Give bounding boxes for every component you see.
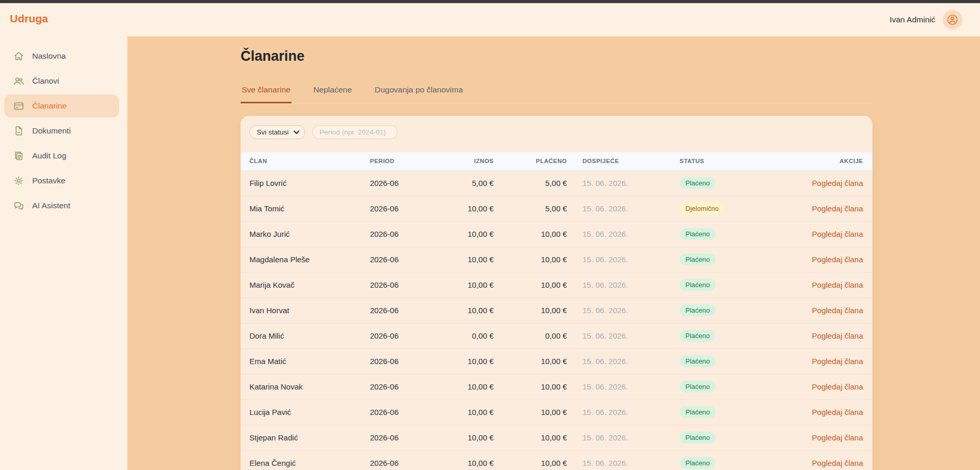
status-badge: Plaćeno bbox=[680, 177, 716, 189]
memberships-table: ČLANPERIODIZNOSPLAĆENODOSPIJEĆESTATUSAKC… bbox=[241, 152, 872, 470]
memberships-card: Svi statusi ČLANPERIODIZNOSPLAĆENODOSPIJ… bbox=[241, 116, 872, 470]
cell-member: Stjepan Radić bbox=[241, 425, 370, 450]
view-member-link[interactable]: Pogledaj člana bbox=[812, 459, 863, 467]
cell-paid: 10,00 € bbox=[494, 221, 567, 247]
cell-paid: 10,00 € bbox=[494, 425, 567, 450]
cell-status: Plaćeno bbox=[673, 170, 774, 196]
cell-due-date: 15. 06. 2026. bbox=[567, 247, 673, 272]
column-header-clan: ČLAN bbox=[241, 152, 370, 170]
view-member-link[interactable]: Pogledaj člana bbox=[812, 204, 863, 213]
sidebar-item-audit-log[interactable]: Audit Log bbox=[4, 144, 119, 167]
cell-amount: 10,00 € bbox=[456, 450, 494, 470]
cell-amount: 10,00 € bbox=[456, 399, 494, 425]
sidebar-item-naslovna[interactable]: Naslovna bbox=[4, 45, 119, 68]
card-icon bbox=[13, 100, 24, 112]
tab-bar: Sve članarineNeplaćeneDugovanja po člano… bbox=[241, 85, 872, 103]
view-member-link[interactable]: Pogledaj člana bbox=[812, 179, 863, 187]
table-row: Stjepan Radić 2026-06 10,00 € 10,00 € 15… bbox=[241, 425, 872, 450]
cell-status: Plaćeno bbox=[673, 399, 774, 425]
cell-actions: Pogledaj člana bbox=[774, 348, 872, 374]
tab-neplacene[interactable]: Neplaćene bbox=[312, 85, 353, 103]
sidebar-item-clanovi[interactable]: Članovi bbox=[4, 70, 119, 92]
sidebar-item-postavke[interactable]: Postavke bbox=[4, 169, 119, 192]
tab-sve-clanarine[interactable]: Sve članarine bbox=[241, 85, 292, 103]
tab-dugovanja-po-clanovima[interactable]: Dugovanja po članovima bbox=[374, 85, 464, 103]
column-header-iznos: IZNOS bbox=[456, 152, 494, 170]
app-logo: Udruga bbox=[0, 11, 127, 26]
cell-paid: 10,00 € bbox=[494, 450, 567, 470]
cell-paid: 10,00 € bbox=[494, 272, 567, 298]
column-header-dospijece: DOSPIJEĆE bbox=[567, 152, 673, 170]
cell-member: Marko Jurić bbox=[241, 221, 370, 247]
view-member-link[interactable]: Pogledaj člana bbox=[812, 230, 863, 238]
cell-member: Ivan Horvat bbox=[241, 298, 370, 323]
view-member-link[interactable]: Pogledaj člana bbox=[812, 382, 863, 391]
cell-due-date: 15. 06. 2026. bbox=[567, 323, 673, 348]
cell-actions: Pogledaj člana bbox=[774, 272, 872, 298]
sidebar-item-ai-asistent[interactable]: AI Asistent bbox=[4, 194, 119, 217]
cell-actions: Pogledaj člana bbox=[774, 298, 872, 323]
app-window: Udruga Naslovna Članovi Članarine Dokume… bbox=[0, 3, 980, 470]
cell-amount: 10,00 € bbox=[456, 272, 494, 298]
status-filter: Svi statusi bbox=[249, 125, 305, 139]
cell-amount: 10,00 € bbox=[456, 247, 494, 272]
cell-amount: 10,00 € bbox=[456, 348, 494, 374]
cell-status: Plaćeno bbox=[673, 298, 774, 323]
view-member-link[interactable]: Pogledaj člana bbox=[812, 433, 863, 442]
cell-due-date: 15. 06. 2026. bbox=[567, 221, 673, 247]
cell-actions: Pogledaj člana bbox=[774, 399, 872, 425]
cell-member: Dora Milić bbox=[241, 323, 370, 348]
sidebar-item-clanarine[interactable]: Članarine bbox=[4, 95, 119, 117]
cell-due-date: 15. 06. 2026. bbox=[567, 425, 673, 450]
user-avatar-button[interactable] bbox=[943, 10, 962, 30]
table-row: Ema Matić 2026-06 10,00 € 10,00 € 15. 06… bbox=[241, 348, 872, 374]
cell-period: 2026-06 bbox=[370, 399, 456, 425]
status-badge: Plaćeno bbox=[680, 253, 716, 265]
view-member-link[interactable]: Pogledaj člana bbox=[812, 408, 863, 417]
cell-amount: 10,00 € bbox=[456, 221, 494, 247]
cell-member: Elena Čengić bbox=[241, 450, 370, 470]
status-badge: Plaćeno bbox=[680, 381, 716, 393]
cell-actions: Pogledaj člana bbox=[774, 323, 872, 348]
view-member-link[interactable]: Pogledaj člana bbox=[812, 280, 863, 289]
cell-status: Plaćeno bbox=[673, 247, 774, 272]
cell-actions: Pogledaj člana bbox=[774, 221, 872, 247]
status-badge: Plaćeno bbox=[680, 457, 716, 469]
sidebar-item-dokumenti[interactable]: Dokumenti bbox=[4, 119, 119, 142]
cell-amount: 0,00 € bbox=[456, 323, 494, 348]
status-filter-select[interactable]: Svi statusi bbox=[249, 125, 305, 139]
user-circle-icon bbox=[946, 14, 959, 26]
cell-paid: 10,00 € bbox=[494, 298, 567, 323]
table-row: Dora Milić 2026-06 0,00 € 0,00 € 15. 06.… bbox=[241, 323, 872, 348]
column-header-placeno: PLAĆENO bbox=[494, 152, 567, 170]
cell-member: Mia Tomić bbox=[241, 196, 370, 221]
cell-paid: 5,00 € bbox=[494, 170, 567, 196]
user-name: Ivan Adminić bbox=[890, 15, 935, 24]
home-icon bbox=[13, 50, 24, 62]
column-header-status: STATUS bbox=[673, 152, 774, 170]
cell-member: Lucija Pavić bbox=[241, 399, 370, 425]
main-area: Ivan Adminić Članarine Sve članarineNepl… bbox=[127, 3, 980, 470]
view-member-link[interactable]: Pogledaj člana bbox=[812, 306, 863, 315]
cell-status: Djelomično bbox=[673, 196, 774, 221]
cell-period: 2026-06 bbox=[370, 425, 456, 450]
cell-status: Plaćeno bbox=[673, 374, 774, 399]
gear-icon bbox=[13, 175, 24, 186]
cell-paid: 10,00 € bbox=[494, 399, 567, 425]
cell-amount: 10,00 € bbox=[456, 425, 494, 450]
table-row: Katarina Novak 2026-06 10,00 € 10,00 € 1… bbox=[241, 374, 872, 399]
view-member-link[interactable]: Pogledaj člana bbox=[812, 331, 863, 340]
cell-due-date: 15. 06. 2026. bbox=[567, 374, 673, 399]
cell-due-date: 15. 06. 2026. bbox=[567, 170, 673, 196]
period-filter-input[interactable] bbox=[312, 125, 398, 139]
cell-period: 2026-06 bbox=[370, 272, 456, 298]
cell-amount: 10,00 € bbox=[456, 196, 494, 221]
view-member-link[interactable]: Pogledaj člana bbox=[812, 357, 863, 366]
top-header: Ivan Adminić bbox=[127, 3, 980, 36]
status-badge: Plaćeno bbox=[680, 432, 716, 444]
view-member-link[interactable]: Pogledaj člana bbox=[812, 255, 863, 264]
cell-amount: 10,00 € bbox=[456, 374, 494, 399]
cell-status: Plaćeno bbox=[673, 348, 774, 374]
cell-period: 2026-06 bbox=[370, 196, 456, 221]
status-badge: Plaćeno bbox=[680, 355, 716, 367]
